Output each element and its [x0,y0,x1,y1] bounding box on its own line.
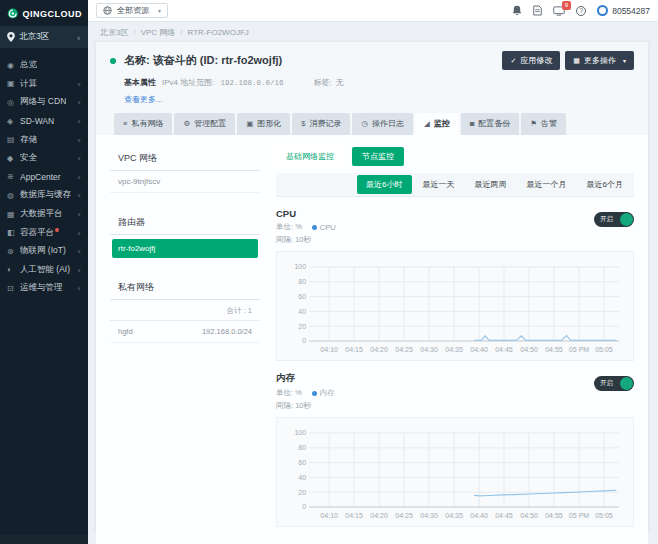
tab-graph[interactable]: ▣图形化 [237,113,290,135]
sidebar-item-ops[interactable]: ⊡运维与管理∨ [0,279,88,298]
svg-text:60: 60 [298,293,306,300]
sidebar-item-security[interactable]: ◆安全∨ [0,149,88,168]
sidebar-item-label: 运维与管理 [20,282,63,294]
more-actions-button[interactable]: ▦ 更多操作 ▾ [565,51,634,70]
chart-title: CPU [276,208,336,219]
tab-config[interactable]: ⚙管理配置 [174,113,235,135]
resource-filter-select[interactable]: 全部资源 ▾ [96,3,168,18]
breadcrumb-item[interactable]: RTR-FO2WOJFJ [188,28,249,37]
dashboard-icon: ◉ [7,61,20,70]
tab-label: 操作日志 [372,118,404,129]
subtab-basic[interactable]: 基础网络监控 [276,147,344,166]
sidebar: QINGCLOUD 北京3区 ∨ ◉总览▣计算∨◎网络与 CDN∨◈SD-WAN… [0,0,88,544]
document-icon [533,5,542,16]
view-more-link[interactable]: 查看更多... [124,94,163,105]
region-selector[interactable]: 北京3区 ∨ [0,26,88,48]
qingcloud-logo-icon [7,6,19,21]
bell-icon [512,5,522,16]
dollar-icon: $ [301,119,305,128]
tag-label: 标签: [313,77,331,88]
ip-range-label: IPv4 地址范围: [162,77,214,88]
tab-monitor[interactable]: ◢监控 [415,113,459,135]
tab-label: 图形化 [257,118,281,129]
time-range-2[interactable]: 最近两周 [466,175,516,194]
svg-text:04:20: 04:20 [370,512,388,519]
chart-canvas-memory: 04:1004:1504:2004:2504:3004:3504:4004:45… [276,417,634,527]
sidebar-item-label: 人工智能 (AI) [20,264,70,276]
sidebar-item-container[interactable]: ◧容器平台∨ [0,223,88,242]
tab-bar: ≡私有网络⚙管理配置▣图形化$消费记录◷操作日志◢监控◙配置备份⚑告警 [110,113,634,135]
docs-button[interactable] [533,5,542,16]
legend-dot-icon [312,391,317,396]
monitor-toggle-memory[interactable]: 开启 [594,376,634,391]
brand-name: QINGCLOUD [23,9,83,19]
meta-label: 基本属性 [124,77,156,88]
subtab-node[interactable]: 节点监控 [352,147,404,166]
chart-header-cpu: CPU单位: %CPU间隔: 10秒开启 [276,208,634,245]
time-range-3[interactable]: 最近一个月 [518,175,576,194]
sidebar-item-network[interactable]: ◎网络与 CDN∨ [0,93,88,112]
monitor-panel: 基础网络监控节点监控 最近6小时最近一天最近两周最近一个月最近6个月 CPU单位… [276,147,634,535]
legend-label: 内存 [320,388,335,398]
sidebar-nav: ◉总览▣计算∨◎网络与 CDN∨◈SD-WAN∨▤存储∨◆安全∨≋AppCent… [0,56,88,298]
time-range-1[interactable]: 最近一天 [414,175,464,194]
vxnet-row[interactable]: hgfd 192.168.0.0/24 [110,320,260,343]
sidebar-collapse[interactable] [0,535,88,544]
svg-text:05:05: 05:05 [595,512,613,519]
help-icon: ? [576,6,586,16]
tab-alarm[interactable]: ⚑告警 [521,113,566,135]
svg-text:20: 20 [298,489,306,496]
toggle-label: 开启 [600,215,613,224]
vxnet-panel: 私有网络 合计 : 1 hgfd 192.168.0.0/24 [110,276,260,343]
camera-icon: ◙ [470,119,475,128]
sidebar-item-sdwan[interactable]: ◈SD-WAN∨ [0,112,88,131]
tab-billing[interactable]: $消费记录 [292,113,350,135]
tab-backup[interactable]: ◙配置备份 [461,113,520,135]
sidebar-item-overview[interactable]: ◉总览 [0,56,88,75]
monitor-toggle-cpu[interactable]: 开启 [594,212,634,227]
svg-text:04:15: 04:15 [345,346,363,353]
user-id: 80554287 [612,6,650,16]
account-menu[interactable]: 80554287 [597,5,650,16]
brand-logo[interactable]: QINGCLOUD [0,0,88,26]
tab-vxnets[interactable]: ≡私有网络 [114,113,172,135]
vpc-panel-title: VPC 网络 [110,147,260,171]
breadcrumb-item[interactable]: VPC 网络 [141,27,176,38]
chart-block-cpu: CPU单位: %CPU间隔: 10秒开启04:1004:1504:2004:25… [276,208,634,361]
chevron-down-icon: ∨ [77,248,81,254]
sidebar-item-label: 总览 [20,59,37,71]
notifications-button[interactable] [512,5,522,16]
sidebar-item-ai[interactable]: ◐人工智能 (AI)∨ [0,261,88,280]
legend-item: 内存 [312,388,335,398]
console-button[interactable]: 9 [553,6,565,16]
vxnet-name: hgfd [118,327,133,336]
sidebar-item-iot[interactable]: ⊛物联网 (IoT)∨ [0,242,88,261]
vpc-item[interactable]: vpc-9tnjfscv [110,171,260,193]
router-item-selected[interactable]: rtr-fo2wojfj [112,239,258,258]
sidebar-item-bigdata[interactable]: ▦大数据平台∨ [0,205,88,224]
time-range-0[interactable]: 最近6小时 [357,175,411,194]
sidebar-item-appcenter[interactable]: ≋AppCenter∨ [0,168,88,187]
sidebar-item-storage[interactable]: ▤存储∨ [0,130,88,149]
resource-card: 名称: 该奋斗的 (ID: rtr-fo2wojfj) ✓ 应用修改 ▦ 更多操… [96,42,648,532]
breadcrumb-item[interactable]: 北京3区 [100,27,128,38]
check-icon: ✓ [510,57,516,65]
storage-icon: ▤ [7,135,20,144]
help-button[interactable]: ? [576,6,586,16]
topbar-icons: 9 ? 80554287 [512,5,650,16]
clock-icon: ◷ [361,119,368,128]
chevron-down-icon: ∨ [77,155,81,161]
svg-text:40: 40 [298,308,306,315]
chevron-down-icon: ∨ [77,99,81,105]
time-range-4[interactable]: 最近6个月 [578,175,632,194]
compute-icon: ▣ [7,79,20,88]
chevron-down-icon: ∨ [77,137,81,143]
svg-text:04:25: 04:25 [395,512,413,519]
sidebar-item-database[interactable]: ◍数据库与缓存∨ [0,186,88,205]
image-icon: ▣ [246,119,253,128]
apply-changes-button[interactable]: ✓ 应用修改 [502,51,560,70]
chart-labels: CPU单位: %CPU间隔: 10秒 [276,208,336,245]
apply-changes-label: 应用修改 [520,55,552,66]
tab-logs[interactable]: ◷操作日志 [352,113,413,135]
sidebar-item-compute[interactable]: ▣计算∨ [0,75,88,94]
